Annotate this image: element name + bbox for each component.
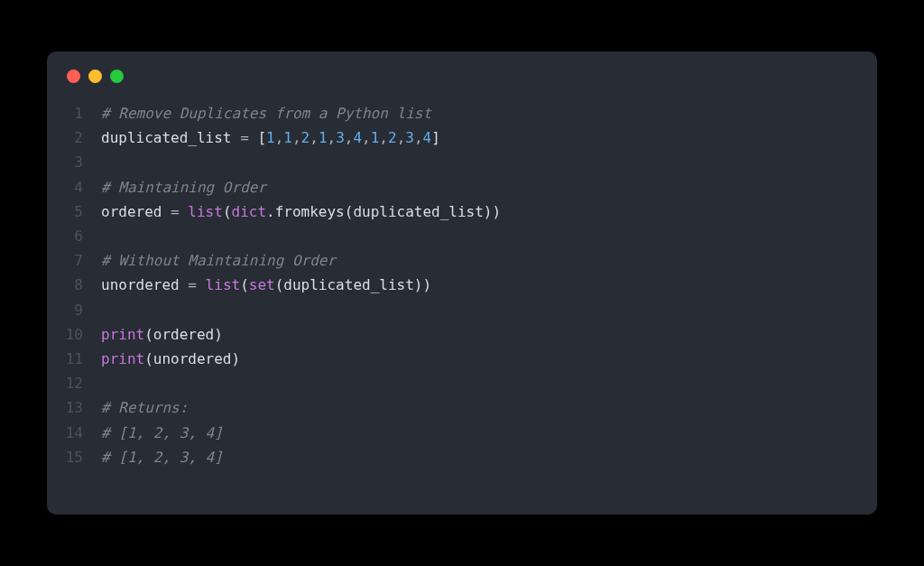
code-window: 1# Remove Duplicates from a Python list2…	[47, 51, 877, 515]
line-number: 4	[47, 175, 101, 199]
code-token: ordered	[101, 203, 171, 220]
code-token: print	[101, 326, 144, 343]
code-token: 1	[371, 129, 380, 146]
code-line: 15# [1, 2, 3, 4]	[47, 445, 877, 469]
code-token: print	[101, 350, 144, 367]
code-token: ,	[275, 129, 284, 146]
code-token: .fromkeys(duplicated_list))	[266, 203, 501, 220]
code-content: # [1, 2, 3, 4]	[101, 421, 877, 445]
code-token: ,	[397, 129, 406, 146]
code-line: 9	[47, 298, 877, 322]
line-number: 3	[47, 150, 101, 174]
code-token: # Without Maintaining Order	[101, 252, 336, 269]
code-content: duplicated_list = [1,1,2,1,3,4,1,2,3,4]	[101, 125, 877, 150]
code-line: 5ordered = list(dict.fromkeys(duplicated…	[47, 199, 877, 224]
code-token: # [1, 2, 3, 4]	[101, 424, 223, 441]
code-line: 3	[47, 150, 877, 174]
code-token: 2	[388, 129, 397, 146]
line-number: 13	[47, 395, 101, 420]
line-number: 10	[47, 322, 101, 347]
code-token: ,	[328, 129, 337, 146]
code-content: ordered = list(dict.fromkeys(duplicated_…	[101, 199, 877, 224]
code-token: ]	[431, 129, 440, 146]
code-token: 3	[336, 129, 345, 146]
code-token: (ordered)	[144, 326, 223, 343]
line-number: 9	[47, 298, 101, 322]
code-token: # Remove Duplicates from a Python list	[101, 105, 431, 122]
code-content: # Maintaining Order	[101, 175, 877, 199]
code-token: (	[240, 276, 249, 293]
code-token: # Returns:	[101, 399, 188, 416]
code-token: # [1, 2, 3, 4]	[101, 449, 223, 466]
code-token: 1	[319, 129, 328, 146]
code-content: print(unordered)	[101, 347, 877, 371]
line-number: 6	[47, 224, 101, 248]
code-token: # Maintaining Order	[101, 179, 266, 196]
code-token: 3	[405, 129, 414, 146]
code-editor[interactable]: 1# Remove Duplicates from a Python list2…	[47, 92, 877, 469]
code-token: =	[188, 276, 197, 293]
code-token: =	[240, 129, 249, 146]
code-content	[101, 371, 877, 395]
code-token	[197, 276, 206, 293]
code-token: dict	[232, 203, 267, 220]
code-token: ,	[292, 129, 301, 146]
code-token: (unordered)	[144, 350, 240, 367]
code-line: 1# Remove Duplicates from a Python list	[47, 101, 877, 125]
code-line: 11print(unordered)	[47, 347, 877, 371]
line-number: 12	[47, 371, 101, 395]
window-titlebar	[47, 51, 877, 92]
code-token: ,	[379, 129, 388, 146]
code-token: ,	[345, 129, 354, 146]
code-content	[101, 150, 877, 174]
line-number: 8	[47, 273, 101, 297]
close-icon[interactable]	[67, 70, 80, 83]
maximize-icon[interactable]	[110, 70, 124, 83]
code-line: 8unordered = list(set(duplicated_list))	[47, 273, 877, 297]
code-line: 10print(ordered)	[47, 322, 877, 347]
code-token: 4	[423, 129, 432, 146]
line-number: 2	[47, 125, 101, 150]
code-line: 4# Maintaining Order	[47, 175, 877, 199]
code-token: list	[206, 276, 241, 293]
code-line: 7# Without Maintaining Order	[47, 248, 877, 273]
code-token: 4	[353, 129, 362, 146]
code-token	[180, 203, 189, 220]
code-line: 14# [1, 2, 3, 4]	[47, 421, 877, 445]
code-token: ,	[414, 129, 423, 146]
code-token: (duplicated_list))	[275, 276, 431, 293]
code-line: 13# Returns:	[47, 395, 877, 420]
code-token: =	[171, 203, 180, 220]
code-content: # Returns:	[101, 395, 877, 420]
line-number: 5	[47, 199, 101, 224]
code-token: unordered	[101, 276, 188, 293]
code-token: [	[249, 129, 266, 146]
code-token: ,	[310, 129, 319, 146]
code-line: 6	[47, 224, 877, 248]
code-content	[101, 298, 877, 322]
code-content: # Without Maintaining Order	[101, 248, 877, 273]
line-number: 14	[47, 421, 101, 445]
code-token: list	[188, 203, 223, 220]
code-token: ,	[362, 129, 371, 146]
code-line: 12	[47, 371, 877, 395]
code-content: print(ordered)	[101, 322, 877, 347]
code-token: set	[249, 276, 275, 293]
code-line: 2duplicated_list = [1,1,2,1,3,4,1,2,3,4]	[47, 125, 877, 150]
code-content	[101, 224, 877, 248]
code-content: # Remove Duplicates from a Python list	[101, 101, 877, 125]
minimize-icon[interactable]	[88, 70, 102, 83]
line-number: 15	[47, 445, 101, 469]
code-content: # [1, 2, 3, 4]	[101, 445, 877, 469]
code-token: 1	[283, 129, 292, 146]
line-number: 11	[47, 347, 101, 371]
code-token: duplicated_list	[101, 129, 240, 146]
line-number: 1	[47, 101, 101, 125]
line-number: 7	[47, 248, 101, 273]
code-token: 2	[301, 129, 310, 146]
code-token: (	[223, 203, 232, 220]
code-content: unordered = list(set(duplicated_list))	[101, 273, 877, 297]
code-token: 1	[266, 129, 275, 146]
